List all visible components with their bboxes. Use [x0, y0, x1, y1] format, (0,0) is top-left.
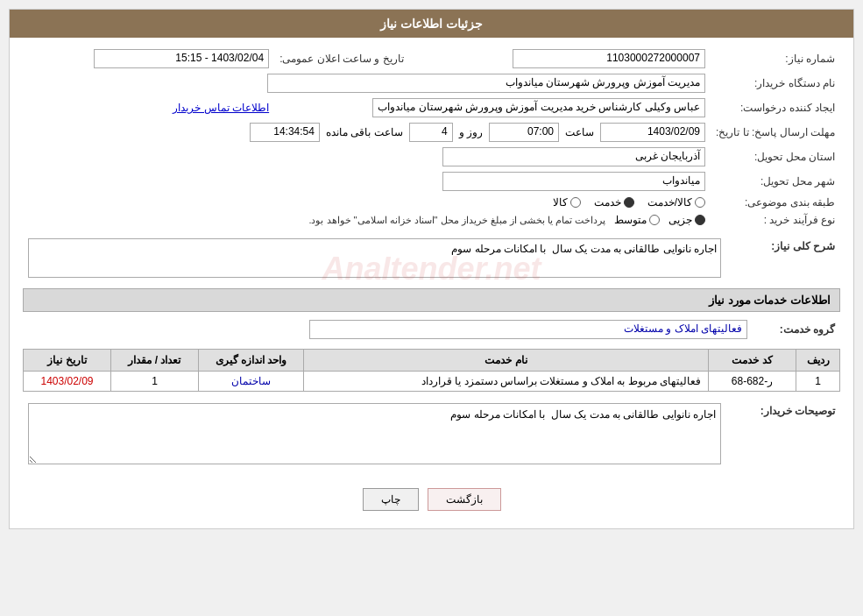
col-rownum: ردیف: [796, 350, 840, 372]
row-delivery-province: استان محل تحویل: آذربایجان غربی: [23, 145, 840, 169]
serviceGroup-value: فعالیتهای املاک و مستغلات: [23, 317, 753, 342]
process-note: پرداخت تمام یا بخشی از مبلغ خریداز محل "…: [308, 215, 605, 226]
radio-kala-khedmat-circle: [695, 197, 705, 208]
page-header: جزئیات اطلاعات نیاز: [10, 10, 853, 38]
creator-input: عباس وکیلی کارشناس خرید مدیریت آموزش وپر…: [372, 98, 705, 117]
row-need-desc: شرح کلی نیاز:: [23, 236, 840, 283]
responseDays-input: 4: [409, 123, 453, 142]
processType-radios: جزیی متوسط پرداخت تمام یا بخشی از مبلغ خ…: [23, 211, 711, 229]
row-delivery-city: شهر محل تحویل: میاندواب: [23, 169, 840, 194]
remainingTime-input: 14:34:54: [250, 123, 320, 142]
col-quantity: تعداد / مقدار: [111, 350, 199, 372]
radio-kala-circle: [570, 197, 581, 208]
category-radios: کالا/خدمت خدمت کالا: [23, 194, 711, 211]
buyerOrg-input: مدیریت آموزش وپرورش شهرستان میاندواب: [267, 74, 705, 93]
category-kala[interactable]: کالا: [553, 196, 581, 209]
main-container: جزئیات اطلاعات نیاز شماره نیاز: 11030002…: [9, 9, 854, 529]
processType-label: نوع فرآیند خرید :: [711, 211, 840, 229]
print-button[interactable]: چاپ: [363, 488, 419, 511]
radio-khedmat-circle: [624, 197, 634, 208]
needDesc-value: [23, 236, 726, 283]
responseDate-label: مهلت ارسال پاسخ: تا تاریخ:: [711, 120, 840, 145]
row-response-date: مهلت ارسال پاسخ: تا تاریخ: 1403/02/09 سا…: [23, 120, 840, 145]
category-khedmat-label: خدمت: [594, 196, 621, 209]
needNumber-value: 1103000272000007: [435, 46, 711, 71]
responseDate-row: 1403/02/09 ساعت 07:00 روز و 4 ساعت باقی …: [23, 120, 711, 145]
row-need-number: شماره نیاز: 1103000272000007 تاریخ و ساع…: [23, 46, 840, 71]
category-kala-label: کالا: [553, 196, 568, 209]
announcementDate-label: تاریخ و ساعت اعلان عمومی:: [274, 46, 409, 71]
category-kala-khedmat[interactable]: کالا/خدمت: [647, 196, 705, 209]
services-thead: ردیف کد خدمت نام خدمت واحد اندازه گیری ت…: [24, 350, 840, 372]
serviceGroup-label: گروه خدمت:: [753, 317, 840, 342]
col-unit: واحد اندازه گیری: [199, 350, 304, 372]
category-khedmat[interactable]: خدمت: [594, 196, 634, 209]
serviceGroup-input: فعالیتهای املاک و مستغلات: [309, 320, 747, 339]
col-service-name: نام خدمت: [304, 350, 709, 372]
row-creator: ایجاد کننده درخواست: عباس وکیلی کارشناس …: [23, 96, 840, 120]
row-service-group: گروه خدمت: فعالیتهای املاک و مستغلات: [23, 317, 840, 342]
service-group-table: گروه خدمت: فعالیتهای املاک و مستغلات: [23, 317, 840, 342]
creator-label: ایجاد کننده درخواست:: [711, 96, 840, 120]
content-area: شماره نیاز: 1103000272000007 تاریخ و ساع…: [10, 38, 853, 528]
deliveryCity-label: شهر محل تحویل:: [711, 169, 840, 194]
services-header-row: ردیف کد خدمت نام خدمت واحد اندازه گیری ت…: [24, 350, 840, 372]
needNumber-input: 1103000272000007: [513, 49, 705, 68]
category-label: طبقه بندی موضوعی:: [711, 194, 840, 211]
back-button[interactable]: بازگشت: [428, 488, 501, 511]
row-buyer-org: نام دستگاه خریدار: مدیریت آموزش وپرورش ش…: [23, 71, 840, 96]
page-wrapper: جزئیات اطلاعات نیاز شماره نیاز: 11030002…: [0, 0, 863, 616]
services-table: ردیف کد خدمت نام خدمت واحد اندازه گیری ت…: [23, 349, 840, 392]
remainingTime-label: ساعت باقی مانده: [326, 126, 403, 138]
creator-value: عباس وکیلی کارشناس خرید مدیریت آموزش وپر…: [274, 96, 711, 120]
buyerDesc-value: [23, 400, 726, 470]
page-title: جزئیات اطلاعات نیاز: [380, 17, 483, 31]
row-category: طبقه بندی موضوعی: کالا/خدمت خدمت: [23, 194, 840, 211]
announcementDate-input: 1403/02/04 - 15:15: [94, 49, 269, 68]
cell-unit: ساختمان: [199, 372, 304, 392]
needDesc-textarea[interactable]: [28, 238, 721, 278]
deliveryCity-input: میاندواب: [442, 172, 705, 191]
deliveryProvince-value: آذربایجان غربی: [23, 145, 711, 169]
cell-rownum: 1: [796, 372, 840, 392]
buyerDesc-label: توصیحات خریدار:: [726, 400, 840, 470]
row-process-type: نوع فرآیند خرید : جزیی متوسط پرداخت: [23, 211, 840, 229]
announcementDate-value: 1403/02/04 - 15:15: [23, 46, 274, 71]
responseTime-input: 07:00: [489, 123, 559, 142]
process-motavasset[interactable]: متوسط: [614, 214, 660, 226]
responseTime-label: ساعت: [565, 126, 594, 138]
services-section-header: اطلاعات خدمات مورد نیاز: [23, 288, 840, 312]
responseDate-input: 1403/02/09: [600, 123, 705, 142]
deliveryProvince-input: آذربایجان غربی: [442, 147, 705, 166]
deliveryProvince-label: استان محل تحویل:: [711, 145, 840, 169]
responseDays-label: روز و: [459, 126, 483, 138]
table-row: 1 ر-682-68 فعالیتهای مربوط به املاک و مس…: [24, 372, 840, 392]
cell-service-name: فعالیتهای مربوط به املاک و مستغلات براسا…: [304, 372, 709, 392]
radio-motavasset-circle: [649, 215, 660, 225]
services-tbody: 1 ر-682-68 فعالیتهای مربوط به املاک و مس…: [24, 372, 840, 392]
buyer-desc-table: توصیحات خریدار:: [23, 400, 840, 470]
cell-need-date: 1403/02/09: [24, 372, 111, 392]
buyerOrg-value: مدیریت آموزش وپرورش شهرستان میاندواب: [23, 71, 711, 96]
process-jozee[interactable]: جزیی: [668, 214, 705, 226]
bottom-buttons: بازگشت چاپ: [23, 475, 840, 520]
process-jozee-label: جزیی: [668, 214, 692, 226]
cell-service-code: ر-682-68: [709, 372, 796, 392]
radio-jozee-circle: [695, 215, 705, 225]
info-table: شماره نیاز: 1103000272000007 تاریخ و ساع…: [23, 46, 840, 229]
deliveryCity-value: میاندواب: [23, 169, 711, 194]
buyerDesc-textarea[interactable]: [28, 403, 721, 464]
col-service-code: کد خدمت: [709, 350, 796, 372]
needNumber-label: شماره نیاز:: [711, 46, 840, 71]
needDesc-label: شرح کلی نیاز:: [726, 236, 840, 283]
row-buyer-desc: توصیحات خریدار:: [23, 400, 840, 470]
buyerOrg-label: نام دستگاه خریدار:: [711, 71, 840, 96]
contact-link[interactable]: اطلاعات تماس خریدار: [173, 102, 269, 114]
cell-quantity: 1: [111, 372, 199, 392]
col-need-date: تاریخ نیاز: [24, 350, 111, 372]
need-desc-table: شرح کلی نیاز:: [23, 236, 840, 283]
category-radio-group: کالا/خدمت خدمت کالا: [28, 196, 705, 209]
category-kala-khedmat-label: کالا/خدمت: [647, 196, 692, 209]
process-motavasset-label: متوسط: [614, 214, 647, 226]
